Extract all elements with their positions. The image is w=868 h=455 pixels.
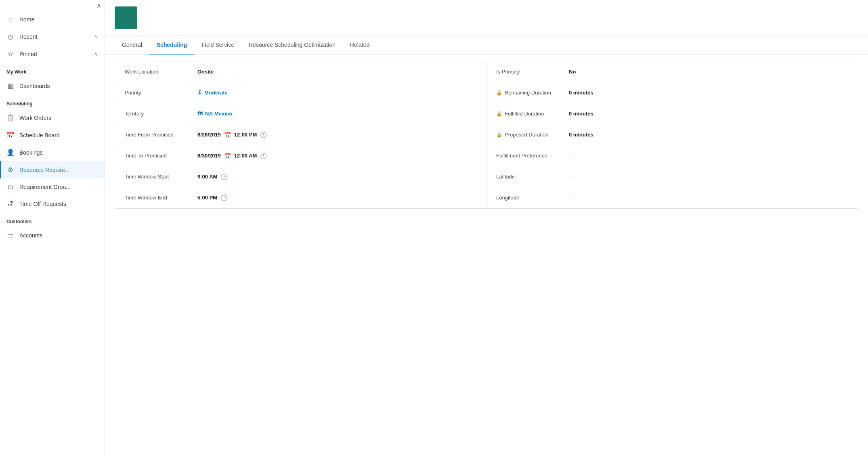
datetime-time-to-promised: 8/30/2019 📅 12:00 AM 🕐 xyxy=(197,153,267,159)
bookings-icon: 👤 xyxy=(6,149,15,156)
sidebar-item-schedule-board[interactable]: 📅 Schedule Board xyxy=(0,126,105,144)
lock-icon-remaining-duration: 🔒 xyxy=(496,90,502,96)
sidebar-section-title-customers: Customers xyxy=(0,212,105,227)
tab-resource-scheduling-optimization[interactable]: Resource Scheduling Optimization xyxy=(241,36,343,55)
form-row-time-from-promised: Time From Promised 8/26/2019 📅 12:00 PM … xyxy=(115,124,486,145)
form-row-proposed-duration: 🔒Proposed Duration 0 minutes xyxy=(486,124,858,145)
form-value-priority[interactable]: ↧ Moderate xyxy=(197,90,228,96)
sidebar-item-work-orders[interactable]: 📋 Work Orders xyxy=(0,109,105,126)
lock-icon-proposed-duration: 🔒 xyxy=(496,132,502,138)
recent-icon: ◷ xyxy=(6,33,15,40)
clock-icon-time-to-promised[interactable]: 🕐 xyxy=(260,153,267,159)
sidebar-item-label-work-orders: Work Orders xyxy=(19,115,51,121)
priority-sort-icon: ↧ xyxy=(197,90,202,96)
form-value-proposed-duration: 0 minutes xyxy=(569,132,593,138)
sidebar-nav-pinned[interactable]: ☆ Pinned ∨ xyxy=(0,45,105,63)
sidebar-item-label-resource-requirements: Resource Require... xyxy=(19,167,70,173)
clock-icon-time-from-promised[interactable]: 🕐 xyxy=(260,132,267,138)
form-value-fulfilled-duration: 0 minutes xyxy=(569,111,593,117)
lock-icon-fulfilled-duration: 🔒 xyxy=(496,111,502,117)
clock-icon-time-window-start[interactable]: 🕐 xyxy=(220,174,227,180)
date-value-time-from-promised[interactable]: 8/26/2019 xyxy=(197,132,221,138)
sidebar-item-label-dashboards: Dashboards xyxy=(19,83,50,89)
form-row-time-to-promised: Time To Promised 8/30/2019 📅 12:00 AM 🕐 xyxy=(115,145,486,166)
sidebar-item-label-schedule-board: Schedule Board xyxy=(19,132,60,138)
territory-sort-icon: 🗺 xyxy=(197,111,203,117)
form-label-work-location: Work Location xyxy=(125,69,197,75)
datetime-time-from-promised: 8/26/2019 📅 12:00 PM 🕐 xyxy=(197,132,267,138)
form-label-latitude: Latitude xyxy=(496,174,569,180)
resource-requirements-icon: ⚙ xyxy=(6,166,15,174)
form-label-territory: Territory xyxy=(125,111,197,117)
form-row-longitude: Longitude --- xyxy=(486,187,858,208)
schedule-board-icon: 📅 xyxy=(6,131,15,139)
form-value-is-primary: No xyxy=(569,69,576,75)
form-row-priority: Priority ↧ Moderate xyxy=(115,82,486,103)
form-value-latitude: --- xyxy=(569,174,574,180)
sidebar-item-label-accounts: Accounts xyxy=(19,232,43,239)
form-content: Work Location Onsite Priority ↧ Moderate… xyxy=(105,55,868,455)
time-container-time-window-start: 9:00 AM 🕐 xyxy=(197,174,227,180)
calendar-icon-time-from-promised[interactable]: 📅 xyxy=(224,132,231,138)
time-value-time-window-end[interactable]: 5:00 PM xyxy=(197,195,217,201)
requirement-groups-icon: 🗂 xyxy=(6,183,15,191)
sidebar-scroll-up-button[interactable]: ∧ xyxy=(96,2,101,9)
form-grid: Work Location Onsite Priority ↧ Moderate… xyxy=(115,61,858,208)
sidebar-item-resource-requirements[interactable]: ⚙ Resource Require... xyxy=(0,161,105,178)
sidebar-item-accounts[interactable]: 🗃 Accounts xyxy=(0,227,105,244)
time-container-time-window-end: 5:00 PM 🕐 xyxy=(197,195,227,201)
time-off-requests-icon: 🏖 xyxy=(6,200,15,208)
sidebar-item-requirement-groups[interactable]: 🗂 Requirement Grou... xyxy=(0,178,105,195)
sidebar-nav-label-home: Home xyxy=(19,16,34,23)
sidebar-item-label-requirement-groups: Requirement Grou... xyxy=(19,184,71,190)
form-label-proposed-duration: 🔒Proposed Duration xyxy=(496,132,569,138)
tab-scheduling[interactable]: Scheduling xyxy=(149,36,194,55)
form-label-time-to-promised: Time To Promised xyxy=(125,153,197,159)
dashboards-icon: ▦ xyxy=(6,82,15,90)
sidebar-nav-home[interactable]: ⌂ Home xyxy=(0,11,105,28)
sidebar-item-label-bookings: Bookings xyxy=(19,149,43,156)
tab-general[interactable]: General xyxy=(115,36,149,55)
form-row-fulfilled-duration: 🔒Fulfilled Duration 0 minutes xyxy=(486,103,858,124)
form-value-territory[interactable]: 🗺 NA-Mexico xyxy=(197,111,232,117)
form-label-time-window-start: Time Window Start xyxy=(125,174,197,180)
calendar-icon-time-to-promised[interactable]: 📅 xyxy=(224,153,231,159)
form-label-remaining-duration: 🔒Remaining Duration xyxy=(496,90,569,96)
tab-related[interactable]: Related xyxy=(343,36,377,55)
form-row-remaining-duration: 🔒Remaining Duration 0 minutes xyxy=(486,82,858,103)
date-value-time-to-promised[interactable]: 8/30/2019 xyxy=(197,153,221,159)
form-label-time-window-end: Time Window End xyxy=(125,195,197,201)
form-row-latitude: Latitude --- xyxy=(486,166,858,187)
clock-icon-time-window-end[interactable]: 🕐 xyxy=(220,195,227,201)
time-value-time-to-promised[interactable]: 12:00 AM xyxy=(234,153,257,159)
sidebar-nav-recent[interactable]: ◷ Recent ∨ xyxy=(0,28,105,45)
main-content: GeneralSchedulingField ServiceResource S… xyxy=(105,0,868,455)
time-value-time-from-promised[interactable]: 12:00 PM xyxy=(234,132,257,138)
form-row-is-primary: Is Primary No xyxy=(486,61,858,82)
form-label-longitude: Longitude xyxy=(496,195,569,201)
form-label-time-from-promised: Time From Promised xyxy=(125,132,197,138)
sidebar-item-bookings[interactable]: 👤 Bookings xyxy=(0,144,105,161)
form-label-is-primary: Is Primary xyxy=(496,69,569,75)
pinned-icon: ☆ xyxy=(6,50,15,58)
form-right-column: Is Primary No 🔒Remaining Duration 0 minu… xyxy=(486,61,858,208)
sidebar-nav-label-pinned: Pinned xyxy=(19,51,37,57)
sidebar-item-dashboards[interactable]: ▦ Dashboards xyxy=(0,77,105,94)
sidebar-item-time-off-requests[interactable]: 🏖 Time Off Requests xyxy=(0,195,105,212)
form-value-work-location: Onsite xyxy=(197,69,214,75)
home-icon: ⌂ xyxy=(6,16,15,23)
form-row-work-location: Work Location Onsite xyxy=(115,61,486,82)
sidebar-section-title-my-work: My Work xyxy=(0,63,105,77)
form-label-fulfilled-duration: 🔒Fulfilled Duration xyxy=(496,111,569,117)
tab-field-service[interactable]: Field Service xyxy=(194,36,241,55)
time-value-time-window-start[interactable]: 9:00 AM xyxy=(197,174,217,180)
recent-chevron-icon: ∨ xyxy=(94,34,98,40)
form-value-remaining-duration: 0 minutes xyxy=(569,90,593,96)
form-label-fulfillment-preference: Fulfillment Preference xyxy=(496,153,569,159)
sidebar: ∧ ⌂ Home ◷ Recent ∨ ☆ Pinned ∨ My Work ▦… xyxy=(0,0,105,455)
form-row-time-window-start: Time Window Start 9:00 AM 🕐 xyxy=(115,166,486,187)
sidebar-nav-label-recent: Recent xyxy=(19,34,37,40)
sidebar-top-nav: ⌂ Home ◷ Recent ∨ ☆ Pinned ∨ xyxy=(0,11,105,63)
sidebar-sections: My Work ▦ Dashboards Scheduling 📋 Work O… xyxy=(0,63,105,244)
form-value-longitude: --- xyxy=(569,195,574,201)
